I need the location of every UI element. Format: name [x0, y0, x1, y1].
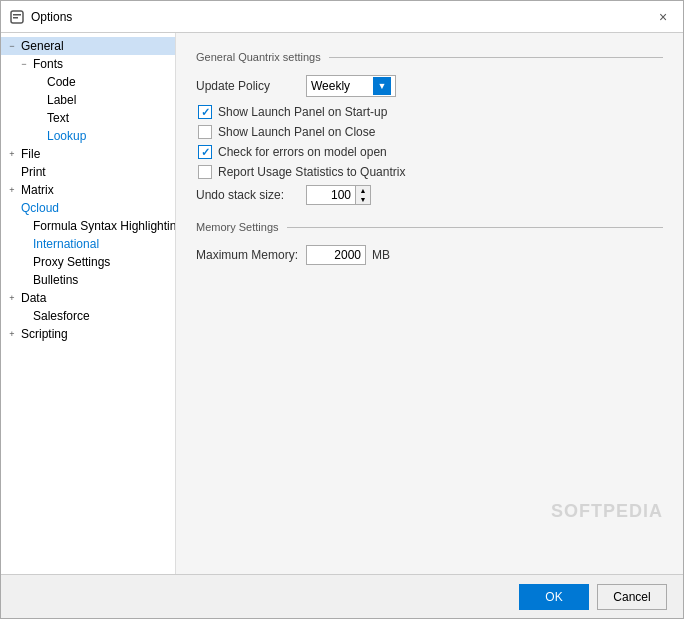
general-settings-label: General Quantrix settings	[196, 51, 321, 63]
undo-stack-label: Undo stack size:	[196, 188, 306, 202]
expand-fonts-icon: −	[17, 57, 31, 71]
sidebar-item-scripting[interactable]: + Scripting	[1, 325, 175, 343]
memory-settings-label: Memory Settings	[196, 221, 279, 233]
main-panel: General Quantrix settings Update Policy …	[176, 33, 683, 574]
checkbox-row-close: Show Launch Panel on Close	[196, 125, 663, 139]
maximum-memory-label: Maximum Memory:	[196, 248, 306, 262]
expand-formula-icon	[17, 219, 31, 233]
sidebar-item-fonts[interactable]: − Fonts	[1, 55, 175, 73]
sidebar-label-general: General	[21, 39, 64, 53]
update-policy-dropdown[interactable]: Weekly ▼	[306, 75, 396, 97]
sidebar-label-code: Code	[47, 75, 76, 89]
expand-code-icon	[31, 75, 45, 89]
update-policy-value: Weekly	[311, 79, 369, 93]
spinner-down-button[interactable]: ▼	[356, 195, 370, 204]
sidebar-item-label[interactable]: Label	[1, 91, 175, 109]
general-settings-header: General Quantrix settings	[196, 51, 663, 63]
checkbox-label-check-errors: Check for errors on model open	[218, 145, 387, 159]
undo-stack-input[interactable]	[306, 185, 356, 205]
close-button[interactable]: ×	[651, 7, 675, 27]
sidebar-item-code[interactable]: Code	[1, 73, 175, 91]
spinner-buttons: ▲ ▼	[356, 185, 371, 205]
window-icon	[9, 9, 25, 25]
maximum-memory-input[interactable]	[306, 245, 366, 265]
checkbox-label-startup: Show Launch Panel on Start-up	[218, 105, 387, 119]
sidebar-label-data: Data	[21, 291, 46, 305]
cancel-button[interactable]: Cancel	[597, 584, 667, 610]
checkbox-label-usage-stats: Report Usage Statistics to Quantrix	[218, 165, 405, 179]
title-bar: Options ×	[1, 1, 683, 33]
sidebar-item-proxy[interactable]: Proxy Settings	[1, 253, 175, 271]
sidebar-item-general[interactable]: − General	[1, 37, 175, 55]
sidebar-label-formula-syntax: Formula Syntax Highlighting	[33, 219, 176, 233]
checkbox-show-launch-close[interactable]	[198, 125, 212, 139]
sidebar-label-file: File	[21, 147, 40, 161]
sidebar-label-lookup: Lookup	[47, 129, 86, 143]
sidebar-label-fonts: Fonts	[33, 57, 63, 71]
dropdown-arrow-icon: ▼	[373, 77, 391, 95]
sidebar-item-data[interactable]: + Data	[1, 289, 175, 307]
update-policy-row: Update Policy Weekly ▼	[196, 75, 663, 97]
sidebar-item-file[interactable]: + File	[1, 145, 175, 163]
expand-proxy-icon	[17, 255, 31, 269]
checkbox-row-usage-stats: Report Usage Statistics to Quantrix	[196, 165, 663, 179]
spinner-up-button[interactable]: ▲	[356, 186, 370, 195]
sidebar-label-matrix: Matrix	[21, 183, 54, 197]
expand-salesforce-icon	[17, 309, 31, 323]
window-title: Options	[31, 10, 651, 24]
expand-scripting-icon: +	[5, 327, 19, 341]
sidebar-label-label: Label	[47, 93, 76, 107]
sidebar-item-matrix[interactable]: + Matrix	[1, 181, 175, 199]
undo-stack-row: Undo stack size: ▲ ▼	[196, 185, 663, 205]
general-settings-line	[329, 57, 663, 58]
checkbox-row-startup: Show Launch Panel on Start-up	[196, 105, 663, 119]
expand-label-icon	[31, 93, 45, 107]
expand-lookup-icon	[31, 129, 45, 143]
sidebar-label-qcloud: Qcloud	[21, 201, 59, 215]
sidebar-item-print[interactable]: Print	[1, 163, 175, 181]
checkbox-row-check-errors: Check for errors on model open	[196, 145, 663, 159]
sidebar-label-international: International	[33, 237, 99, 251]
sidebar-item-bulletins[interactable]: Bulletins	[1, 271, 175, 289]
memory-unit-label: MB	[372, 248, 390, 262]
sidebar-label-print: Print	[21, 165, 46, 179]
expand-text-icon	[31, 111, 45, 125]
footer: OK Cancel	[1, 574, 683, 618]
options-window: Options × − General − Fonts Code	[0, 0, 684, 619]
expand-print-icon	[5, 165, 19, 179]
svg-rect-2	[13, 17, 18, 19]
memory-settings-line	[287, 227, 663, 228]
checkbox-usage-stats[interactable]	[198, 165, 212, 179]
sidebar-item-lookup[interactable]: Lookup	[1, 127, 175, 145]
sidebar-label-salesforce: Salesforce	[33, 309, 90, 323]
expand-data-icon: +	[5, 291, 19, 305]
sidebar-item-international[interactable]: International	[1, 235, 175, 253]
sidebar-label-bulletins: Bulletins	[33, 273, 78, 287]
sidebar-item-salesforce[interactable]: Salesforce	[1, 307, 175, 325]
maximum-memory-row: Maximum Memory: MB	[196, 245, 663, 265]
svg-rect-1	[13, 14, 21, 16]
expand-bulletins-icon	[17, 273, 31, 287]
sidebar-label-scripting: Scripting	[21, 327, 68, 341]
checkbox-show-launch-startup[interactable]	[198, 105, 212, 119]
sidebar-item-qcloud[interactable]: Qcloud	[1, 199, 175, 217]
main-content: − General − Fonts Code Label Text	[1, 33, 683, 574]
memory-settings-header: Memory Settings	[196, 221, 663, 233]
expand-general-icon: −	[5, 39, 19, 53]
ok-button[interactable]: OK	[519, 584, 589, 610]
sidebar-item-text[interactable]: Text	[1, 109, 175, 127]
sidebar-label-proxy: Proxy Settings	[33, 255, 110, 269]
sidebar-label-text: Text	[47, 111, 69, 125]
expand-matrix-icon: +	[5, 183, 19, 197]
sidebar: − General − Fonts Code Label Text	[1, 33, 176, 574]
sidebar-item-formula-syntax[interactable]: Formula Syntax Highlighting	[1, 217, 175, 235]
expand-qcloud-icon	[5, 201, 19, 215]
checkbox-label-close: Show Launch Panel on Close	[218, 125, 375, 139]
checkbox-check-errors[interactable]	[198, 145, 212, 159]
main-panel-wrapper: General Quantrix settings Update Policy …	[176, 33, 683, 574]
undo-stack-spinner: ▲ ▼	[306, 185, 371, 205]
expand-international-icon	[17, 237, 31, 251]
update-policy-label: Update Policy	[196, 79, 306, 93]
expand-file-icon: +	[5, 147, 19, 161]
